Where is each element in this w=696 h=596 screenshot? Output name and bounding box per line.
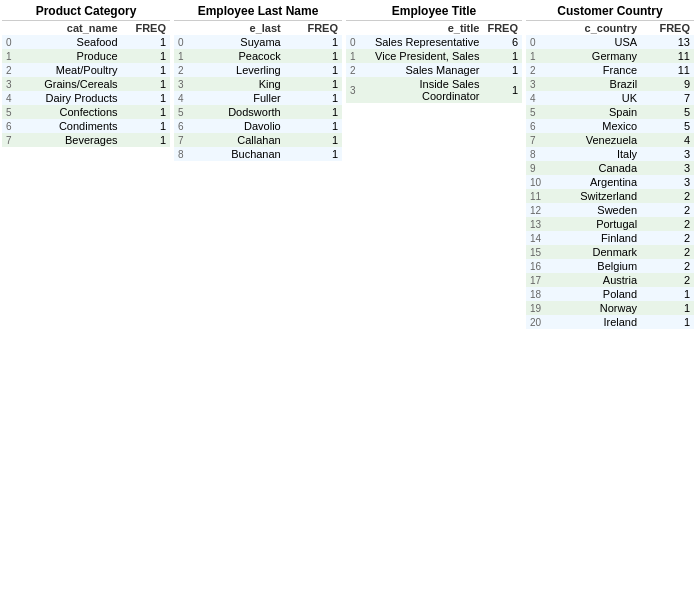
employee-title-header: Employee Title <box>346 4 522 21</box>
row-name: Argentina <box>552 175 641 189</box>
table-row: 3Brazil9 <box>526 77 694 91</box>
row-freq: 2 <box>641 217 694 231</box>
row-freq: 2 <box>641 231 694 245</box>
table-row: 12Sweden2 <box>526 203 694 217</box>
row-freq: 1 <box>122 105 170 119</box>
row-name: Callahan <box>195 133 285 147</box>
row-freq: 2 <box>641 203 694 217</box>
row-index: 1 <box>346 49 360 63</box>
employee-title-table: e_title FREQ 0Sales Representative61Vice… <box>346 21 522 103</box>
cat-idx-header <box>2 21 20 35</box>
row-freq: 1 <box>285 119 342 133</box>
row-index: 6 <box>2 119 20 133</box>
row-index: 4 <box>526 91 552 105</box>
table-row: 2Leverling1 <box>174 63 342 77</box>
row-name: Poland <box>552 287 641 301</box>
table-row: 5Confections1 <box>2 105 170 119</box>
row-freq: 1 <box>122 35 170 49</box>
table-row: 4UK7 <box>526 91 694 105</box>
row-index: 6 <box>174 119 195 133</box>
row-index: 3 <box>526 77 552 91</box>
table-row: 14Finland2 <box>526 231 694 245</box>
row-name: Grains/Cereals <box>20 77 122 91</box>
row-name: Brazil <box>552 77 641 91</box>
row-name: Austria <box>552 273 641 287</box>
product-category-section: Product Category cat_name FREQ 0Seafood1… <box>0 0 172 333</box>
row-name: Denmark <box>552 245 641 259</box>
row-freq: 2 <box>641 245 694 259</box>
table-row: 1Germany11 <box>526 49 694 63</box>
row-index: 0 <box>346 35 360 49</box>
customer-country-table: c_country FREQ 0USA131Germany112France11… <box>526 21 694 329</box>
row-freq: 1 <box>122 133 170 147</box>
row-name: Dodsworth <box>195 105 285 119</box>
table-row: 19Norway1 <box>526 301 694 315</box>
table-row: 0Sales Representative6 <box>346 35 522 49</box>
table-row: 3Inside Sales Coordinator1 <box>346 77 522 103</box>
main-container: Product Category cat_name FREQ 0Seafood1… <box>0 0 696 333</box>
row-freq: 11 <box>641 49 694 63</box>
row-freq: 1 <box>641 315 694 329</box>
row-freq: 1 <box>483 77 522 103</box>
row-freq: 1 <box>122 119 170 133</box>
cust-name-header: c_country <box>552 21 641 35</box>
row-name: Condiments <box>20 119 122 133</box>
row-index: 2 <box>174 63 195 77</box>
row-name: Produce <box>20 49 122 63</box>
row-index: 1 <box>526 49 552 63</box>
table-row: 15Denmark2 <box>526 245 694 259</box>
row-freq: 1 <box>285 105 342 119</box>
table-row: 8Buchanan1 <box>174 147 342 161</box>
table-row: 5Dodsworth1 <box>174 105 342 119</box>
row-freq: 1 <box>285 63 342 77</box>
table-row: 2Meat/Poultry1 <box>2 63 170 77</box>
row-index: 17 <box>526 273 552 287</box>
row-name: Sales Manager <box>360 63 483 77</box>
table-row: 20Ireland1 <box>526 315 694 329</box>
row-freq: 1 <box>483 63 522 77</box>
row-freq: 5 <box>641 105 694 119</box>
row-name: Switzerland <box>552 189 641 203</box>
row-name: Vice President, Sales <box>360 49 483 63</box>
row-index: 18 <box>526 287 552 301</box>
row-index: 13 <box>526 217 552 231</box>
table-row: 13Portugal2 <box>526 217 694 231</box>
row-name: Sales Representative <box>360 35 483 49</box>
row-freq: 9 <box>641 77 694 91</box>
table-row: 6Condiments1 <box>2 119 170 133</box>
table-row: 4Dairy Products1 <box>2 91 170 105</box>
table-row: 0USA13 <box>526 35 694 49</box>
row-name: UK <box>552 91 641 105</box>
row-index: 7 <box>526 133 552 147</box>
row-name: Meat/Poultry <box>20 63 122 77</box>
row-index: 5 <box>2 105 20 119</box>
cat-freq-header: FREQ <box>122 21 170 35</box>
row-freq: 1 <box>285 133 342 147</box>
row-name: Leverling <box>195 63 285 77</box>
row-index: 8 <box>526 147 552 161</box>
row-name: Suyama <box>195 35 285 49</box>
row-name: Beverages <box>20 133 122 147</box>
table-row: 7Beverages1 <box>2 133 170 147</box>
row-freq: 1 <box>122 63 170 77</box>
row-freq: 5 <box>641 119 694 133</box>
etitle-idx-header <box>346 21 360 35</box>
etitle-name-header: e_title <box>360 21 483 35</box>
row-freq: 1 <box>641 287 694 301</box>
employee-last-table: e_last FREQ 0Suyama11Peacock12Leverling1… <box>174 21 342 161</box>
row-freq: 11 <box>641 63 694 77</box>
row-index: 7 <box>174 133 195 147</box>
etitle-freq-header: FREQ <box>483 21 522 35</box>
row-index: 3 <box>346 77 360 103</box>
row-name: Belgium <box>552 259 641 273</box>
cat-name-header: cat_name <box>20 21 122 35</box>
row-index: 7 <box>2 133 20 147</box>
row-freq: 3 <box>641 147 694 161</box>
customer-country-section: Customer Country c_country FREQ 0USA131G… <box>524 0 696 333</box>
row-name: Davolio <box>195 119 285 133</box>
cust-freq-header: FREQ <box>641 21 694 35</box>
employee-last-header: Employee Last Name <box>174 4 342 21</box>
row-name: Norway <box>552 301 641 315</box>
row-name: Buchanan <box>195 147 285 161</box>
row-freq: 3 <box>641 161 694 175</box>
